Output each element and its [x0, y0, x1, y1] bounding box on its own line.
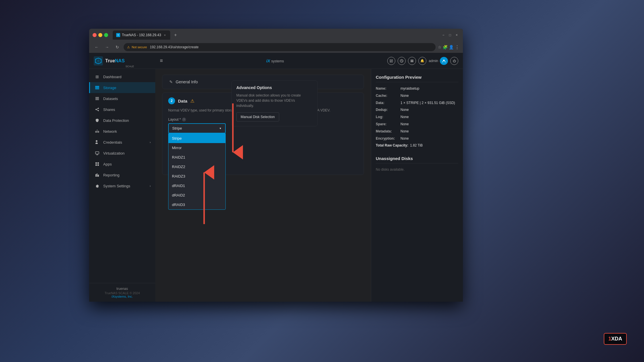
unassigned-disks-section: Unassigned Disks No disks available.	[376, 156, 458, 172]
logo-nas: NAS	[115, 58, 125, 63]
layout-help-icon[interactable]: ?	[182, 118, 186, 122]
layout-selected-value: Stripe	[172, 126, 182, 130]
credentials-expand-icon: ›	[150, 141, 151, 144]
profile-icon[interactable]: 👤	[449, 45, 454, 49]
config-data-label: Data:	[376, 101, 399, 105]
config-data-value: 1 × STRIPE | 2 × 931.51 GiB (SSD)	[400, 101, 455, 105]
window-minimize-button[interactable]	[98, 33, 102, 37]
menu-icon[interactable]: ⋮	[455, 45, 459, 50]
dropdown-item-draid1[interactable]: dRAID1	[168, 181, 225, 190]
general-info-title: General Info	[176, 80, 198, 84]
jobs-icon[interactable]	[398, 57, 406, 65]
storage-status-icon[interactable]	[408, 57, 416, 65]
reload-button[interactable]: ↻	[113, 43, 121, 51]
config-total-capacity-row: Total Raw Capacity: 1.82 TiB	[376, 143, 458, 148]
sidebar-item-shares[interactable]: Shares	[89, 104, 155, 115]
ix-systems-logo: iX systems	[266, 59, 284, 63]
xda-number: 1	[608, 336, 611, 342]
back-button[interactable]: ←	[93, 43, 101, 51]
close-icon[interactable]: ×	[454, 33, 459, 37]
sidebar-item-virtualization[interactable]: Virtualization	[89, 148, 155, 159]
config-dedup-row: Dedup: None	[376, 107, 458, 112]
sidebar-footer: truenas TrueNAS SCALE © 2024 iXsystems, …	[89, 283, 155, 302]
config-dedup-value: None	[400, 107, 409, 112]
company-link[interactable]: iXsystems, Inc.	[94, 295, 151, 298]
config-name-label: Name:	[376, 86, 399, 91]
sidebar-item-network[interactable]: Network	[89, 126, 155, 137]
sidebar-item-reporting[interactable]: Reporting	[89, 170, 155, 180]
dropdown-item-stripe[interactable]: Stripe	[168, 134, 225, 143]
user-menu[interactable]: admin	[429, 57, 448, 65]
svg-rect-1	[95, 86, 99, 87]
window-close-button[interactable]	[93, 33, 97, 37]
power-icon[interactable]: ⏻	[450, 57, 458, 65]
dropdown-item-raidz2[interactable]: RAIDZ2	[168, 162, 225, 172]
truenas-logo-icon	[94, 56, 103, 66]
forward-button[interactable]: →	[103, 43, 111, 51]
config-log-value: None	[400, 115, 409, 120]
window-maximize-button[interactable]	[104, 33, 108, 37]
tab-new-button[interactable]: +	[171, 31, 179, 39]
sidebar-item-system-settings[interactable]: System Settings ›	[89, 180, 155, 191]
svg-point-6	[98, 110, 99, 111]
advanced-options-panel: Advanced Options Manual disk selection a…	[231, 80, 318, 126]
dropdown-item-draid2[interactable]: dRAID2	[168, 190, 225, 200]
config-total-capacity-value: 1.82 TiB	[410, 143, 423, 148]
dropdown-item-mirror[interactable]: Mirror	[168, 143, 225, 153]
sidebar-item-datasets[interactable]: Datasets	[89, 93, 155, 104]
browser-nav: ← → ↻ ⚠ Not secure 192.168.29.43/ui/stor…	[89, 41, 463, 53]
maximize-icon[interactable]: □	[447, 33, 453, 37]
minimize-icon[interactable]: −	[441, 33, 446, 37]
layout-dropdown-trigger[interactable]: Stripe ▼	[168, 123, 226, 133]
form-panel: ✎ General Info 2 Data ⚠ Normal VDEV type…	[155, 69, 371, 302]
extensions-icon[interactable]: 🧩	[443, 45, 448, 49]
layout-dropdown-menu: Stripe Mirror RAIDZ1 RAIDZ2 RAIDZ3 dRAID…	[168, 133, 226, 210]
app-layout: TrueNAS SCALE ⊞ Dashboard Storage	[89, 53, 463, 302]
unassigned-disks-title: Unassigned Disks	[376, 156, 458, 163]
manual-disk-selection-button[interactable]: Manual Disk Selection	[236, 112, 279, 122]
sidebar-item-data-protection[interactable]: Data Protection	[89, 115, 155, 126]
xda-badge: 1XDA	[604, 333, 627, 345]
tasks-icon[interactable]	[387, 57, 395, 65]
tab-favicon: T	[116, 33, 120, 37]
datasets-icon	[95, 96, 100, 101]
network-icon	[95, 129, 100, 134]
sidebar-item-label: System Settings	[103, 184, 130, 188]
config-cache-row: Cache: None	[376, 93, 458, 98]
dropdown-item-draid3[interactable]: dRAID3	[168, 200, 225, 209]
notifications-icon[interactable]: 🔔	[418, 57, 426, 65]
bookmark-icon[interactable]: ☆	[438, 45, 442, 49]
system-settings-expand-icon: ›	[150, 184, 151, 188]
config-encryption-row: Encryption: None	[376, 136, 458, 141]
active-tab[interactable]: T TrueNAS - 192.168.29.43 ×	[113, 30, 170, 40]
browser-content: TrueNAS SCALE ⊞ Dashboard Storage	[89, 53, 463, 302]
sidebar-item-storage[interactable]: Storage	[89, 82, 155, 93]
sidebar-item-apps[interactable]: Apps	[89, 159, 155, 170]
hamburger-icon[interactable]: ≡	[160, 58, 163, 64]
sidebar-item-dashboard[interactable]: ⊞ Dashboard	[89, 71, 155, 82]
dropdown-item-raidz3[interactable]: RAIDZ3	[168, 172, 225, 181]
tab-close-icon[interactable]: ×	[163, 33, 167, 37]
address-bar[interactable]: ⚠ Not secure 192.168.29.43/ui/storage/cr…	[124, 43, 436, 51]
config-dedup-label: Dedup:	[376, 107, 399, 112]
dropdown-item-raidz1[interactable]: RAIDZ1	[168, 153, 225, 162]
sidebar-item-credentials[interactable]: Credentials ›	[89, 137, 155, 148]
sidebar-item-label: Shares	[103, 107, 115, 112]
warning-icon: ⚠	[190, 98, 194, 104]
config-spare-row: Spare: None	[376, 122, 458, 127]
data-step-section: 2 Data ⚠ Normal VDEV type, used for prim…	[162, 93, 364, 175]
security-label: Not secure	[132, 45, 147, 49]
config-log-label: Log:	[376, 115, 399, 120]
sidebar-logo: TrueNAS SCALE	[89, 53, 155, 69]
svg-rect-7	[95, 152, 99, 154]
tab-bar: T TrueNAS - 192.168.29.43 × +	[113, 30, 438, 40]
system-settings-icon	[95, 183, 100, 188]
header-center: iX systems	[163, 59, 388, 63]
config-spare-label: Spare:	[376, 122, 399, 127]
sidebar-item-label: Storage	[103, 86, 116, 90]
sidebar-item-label: Reporting	[103, 173, 119, 177]
config-metadata-value: None	[400, 129, 409, 134]
config-log-row: Log: None	[376, 115, 458, 120]
no-disks-text: No disks available.	[376, 167, 458, 172]
config-spare-value: None	[400, 122, 409, 127]
